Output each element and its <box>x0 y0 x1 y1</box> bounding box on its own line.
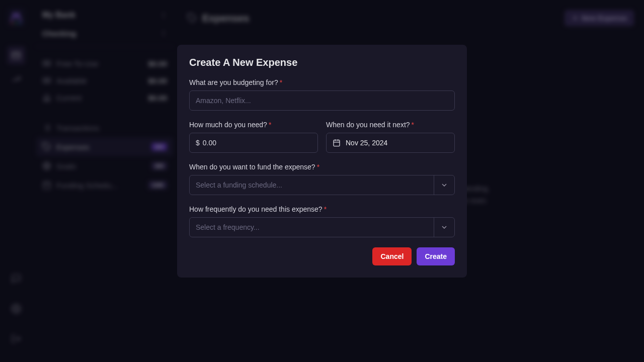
chevron-down-icon <box>434 218 448 237</box>
currency-prefix: $ <box>196 139 200 147</box>
select-placeholder: Select a funding schedule... <box>196 181 282 189</box>
frequency-select[interactable]: Select a frequency... <box>189 217 455 237</box>
funding-label: When do you want to fund the expense?* <box>189 163 455 171</box>
name-label: What are you budgeting for?* <box>189 78 455 86</box>
amount-label: How much do you need?* <box>189 121 318 129</box>
frequency-label: How frequently do you need this expense?… <box>189 205 455 213</box>
select-placeholder: Select a frequency... <box>196 223 260 231</box>
cancel-button[interactable]: Cancel <box>372 247 412 265</box>
calendar-icon <box>333 139 341 147</box>
create-expense-modal: Create A New Expense What are you budget… <box>177 45 467 278</box>
name-input[interactable] <box>189 90 455 111</box>
date-input[interactable]: Nov 25, 2024 <box>326 133 455 153</box>
modal-title: Create A New Expense <box>189 57 455 68</box>
chevron-down-icon <box>434 175 448 195</box>
svg-rect-35 <box>334 140 340 146</box>
amount-input[interactable] <box>203 139 311 147</box>
create-button[interactable]: Create <box>417 247 455 265</box>
date-value: Nov 25, 2024 <box>346 139 387 147</box>
modal-overlay[interactable]: Create A New Expense What are you budget… <box>0 0 644 362</box>
date-label: When do you need it next?* <box>326 121 455 129</box>
amount-input-wrapper[interactable]: $ <box>189 133 318 153</box>
funding-select[interactable]: Select a funding schedule... <box>189 175 455 195</box>
